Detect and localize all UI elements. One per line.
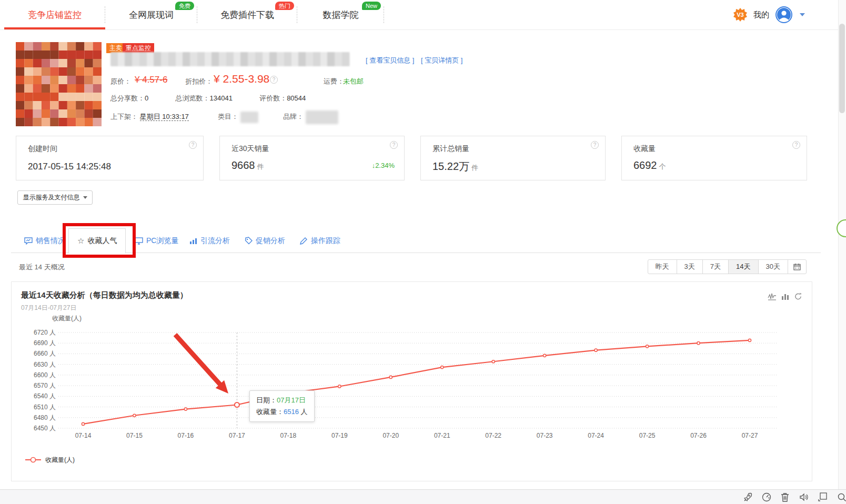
svg-text:6720 人: 6720 人: [34, 329, 56, 336]
tooltip-count-value: 6516: [284, 408, 299, 416]
tooltip-date-label: 日期：: [256, 396, 277, 404]
user-avatar[interactable]: [776, 6, 792, 23]
original-price-label: 原价：: [110, 77, 131, 86]
help-icon[interactable]: ?: [591, 141, 599, 149]
favorites-chart-card: 最近14天收藏分析（每日数据为均为总收藏量） 07月14日-07月27日 收藏量…: [11, 281, 812, 481]
line-chart-plot[interactable]: 6450 人6480 人6510 人6540 人6570 人6600 人6630…: [12, 282, 812, 481]
tab-favorites-popularity[interactable]: ☆ 收藏人气: [68, 228, 126, 254]
vip-level-icon[interactable]: V3: [733, 8, 747, 22]
brand-value-blurred: [306, 110, 338, 124]
performance-icon[interactable]: [762, 492, 771, 504]
account-dropdown-caret[interactable]: [800, 13, 805, 16]
card-unit: 个: [659, 163, 666, 170]
onoff-shelf-value[interactable]: 星期日 10:33:17: [140, 113, 189, 121]
help-icon[interactable]: ?: [270, 76, 278, 84]
monitor-icon: [135, 237, 143, 245]
tab-operation-tracking[interactable]: 操作跟踪: [300, 228, 340, 253]
range-30day-button[interactable]: 30天: [758, 259, 788, 274]
tabs-underline: [11, 253, 821, 253]
show-service-payment-button[interactable]: 显示服务及支付信息: [17, 190, 93, 205]
app-root: 竞争店铺监控 全网展现词 免费 免费插件下载 热门 数据学院 New V3: [0, 0, 846, 504]
svg-text:07-21: 07-21: [434, 432, 450, 439]
svg-text:07-24: 07-24: [588, 432, 604, 439]
new-badge: New: [362, 2, 381, 10]
range-7day-button[interactable]: 7天: [702, 259, 729, 274]
scrollbar-thumb[interactable]: [839, 24, 845, 113]
svg-text:6450 人: 6450 人: [34, 425, 56, 432]
item-detail-page-link[interactable]: [ 宝贝详情页 ]: [421, 56, 462, 65]
svg-text:07-27: 07-27: [742, 432, 758, 439]
brand-label: 品牌：: [283, 113, 304, 120]
view-count-label: 总浏览数：: [175, 94, 209, 102]
browser-taskbar: [0, 489, 846, 504]
svg-text:6660 人: 6660 人: [34, 350, 56, 357]
discount-price-label: 折扣价：: [185, 77, 213, 86]
my-account-label[interactable]: 我的: [753, 10, 769, 20]
view-item-info-link[interactable]: [ 查看宝贝信息 ]: [366, 56, 414, 65]
svg-text:07-17: 07-17: [229, 432, 245, 439]
window-icon[interactable]: [818, 492, 827, 503]
hot-badge: 热门: [275, 2, 294, 10]
share-count-label: 总分享数：: [110, 94, 145, 102]
overview-label: 最近 14 天概况: [19, 263, 65, 272]
svg-text:07-15: 07-15: [126, 432, 143, 439]
card-title: 近30天销量: [231, 144, 269, 154]
nav-tab-academy[interactable]: 数据学院 New: [297, 0, 384, 29]
tab-label: 引流分析: [200, 236, 230, 246]
svg-text:6570 人: 6570 人: [34, 382, 56, 389]
nav-tab-keywords[interactable]: 全网展现词 免费: [105, 0, 197, 29]
card-title: 收藏量: [633, 144, 656, 154]
stats-row: 总分享数：0 总浏览数：134041 评价数：80544: [110, 94, 306, 103]
tab-label: PC浏览量: [146, 236, 178, 246]
traffic-chart-icon: [189, 237, 197, 245]
svg-text:07-18: 07-18: [280, 432, 296, 439]
calendar-button[interactable]: [788, 259, 807, 274]
range-yesterday-button[interactable]: 昨天: [648, 259, 677, 274]
nav-tab-plugin-download[interactable]: 免费插件下载 热门: [197, 0, 297, 29]
shipping-value: 未包邮: [343, 77, 364, 86]
card-create-time: 创建时间 2017-05-15 14:25:48 ?: [16, 136, 204, 180]
trash-icon[interactable]: [781, 492, 789, 504]
tag-icon: [245, 237, 253, 245]
search-icon[interactable]: [837, 492, 846, 504]
tab-pc-views[interactable]: PC浏览量: [135, 228, 178, 253]
share-count-value: 0: [145, 94, 148, 102]
svg-text:V3: V3: [737, 12, 743, 18]
card-30day-sales: 近30天销量 9668件 ↓2.34% ?: [219, 136, 405, 180]
free-badge: 免费: [175, 2, 194, 10]
svg-text:07-14: 07-14: [75, 432, 92, 439]
price-row: 原价： ¥ 4.57-6 折扣价： ¥ 2.55-3.98 ? 运费： 未包邮: [110, 74, 584, 87]
tab-traffic-analysis[interactable]: 引流分析: [189, 228, 230, 253]
pen-icon: [300, 237, 308, 245]
tab-label: 操作跟踪: [311, 236, 340, 246]
calendar-icon: [793, 263, 801, 270]
tab-promotion-analysis[interactable]: 促销分析: [245, 228, 285, 253]
meta-row: 上下架： 星期日 10:33:17 类目： 品牌：: [110, 110, 338, 124]
svg-text:07-22: 07-22: [485, 432, 501, 439]
onoff-shelf-label: 上下架：: [110, 113, 138, 120]
help-icon[interactable]: ?: [189, 141, 197, 149]
category-value-blurred: [240, 112, 258, 123]
tooltip-count-label: 收藏量：: [256, 408, 284, 416]
chat-icon: [24, 237, 33, 245]
card-value: 2017-05-15 14:25:48: [28, 162, 111, 172]
svg-text:07-23: 07-23: [537, 432, 553, 439]
tooltip-count-suffix: 人: [299, 408, 308, 416]
tab-label: 销售情况: [36, 236, 65, 246]
star-icon: ☆: [77, 236, 84, 246]
rocket-icon[interactable]: [743, 492, 752, 504]
help-icon[interactable]: ?: [792, 141, 800, 149]
scrollbar-track[interactable]: [838, 0, 846, 489]
range-3day-button[interactable]: 3天: [677, 259, 703, 274]
svg-text:07-26: 07-26: [690, 432, 707, 439]
nav-tab-shop-monitor[interactable]: 竞争店铺监控: [4, 0, 105, 29]
tab-sales[interactable]: 销售情况: [24, 228, 65, 253]
review-count-label: 评价数：: [259, 94, 287, 102]
toggle-button-label: 显示服务及支付信息: [23, 193, 80, 202]
svg-text:07-19: 07-19: [331, 432, 348, 439]
volume-icon[interactable]: [799, 492, 809, 504]
review-count-value: 80544: [287, 94, 306, 102]
svg-text:07-25: 07-25: [639, 432, 656, 439]
range-14day-button[interactable]: 14天: [728, 259, 758, 274]
help-icon[interactable]: ?: [390, 141, 398, 149]
